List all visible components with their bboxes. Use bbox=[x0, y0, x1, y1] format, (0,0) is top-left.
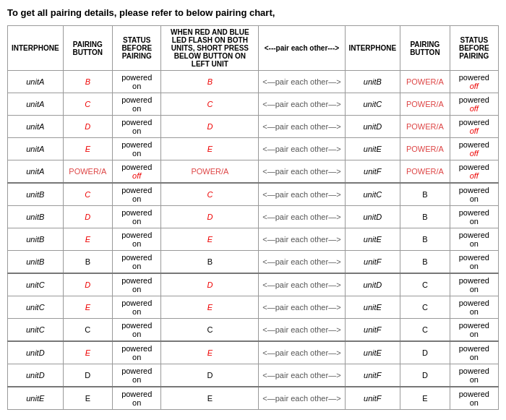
left-unit: unitA bbox=[8, 71, 64, 93]
arrow-cell: <—pair each other—> bbox=[259, 138, 345, 160]
right-status: powered on bbox=[450, 206, 498, 228]
press-button: B bbox=[161, 251, 259, 274]
arrow-cell: <—pair each other—> bbox=[259, 387, 345, 410]
right-button: B bbox=[400, 183, 450, 206]
right-button: POWER/A bbox=[400, 138, 450, 160]
right-unit: unitC bbox=[345, 183, 400, 206]
intro-text: To get all pairing details, please refer… bbox=[7, 7, 499, 18]
right-unit: unitF bbox=[345, 319, 400, 342]
left-button: C bbox=[63, 319, 113, 342]
header-status-before2: STATUS BEFORE PAIRING bbox=[450, 26, 498, 71]
press-button: E bbox=[161, 341, 259, 364]
right-status: powered off bbox=[450, 160, 498, 184]
arrow-cell: <—pair each other—> bbox=[259, 341, 345, 364]
left-unit: unitB bbox=[8, 251, 64, 274]
right-unit: unitF bbox=[345, 160, 400, 184]
left-status: powered on bbox=[113, 206, 161, 228]
left-status: powered on bbox=[113, 341, 161, 364]
arrow-cell: <—pair each other—> bbox=[259, 93, 345, 116]
left-status: powered on bbox=[113, 93, 161, 116]
left-unit: unitD bbox=[8, 341, 64, 364]
right-status: powered on bbox=[450, 183, 498, 206]
right-button: C bbox=[400, 296, 450, 319]
left-status: powered on bbox=[113, 183, 161, 206]
right-button: POWER/A bbox=[400, 93, 450, 116]
left-button: E bbox=[63, 341, 113, 364]
press-button: C bbox=[161, 319, 259, 342]
arrow-cell: <—pair each other—> bbox=[259, 273, 345, 296]
left-button: D bbox=[63, 116, 113, 138]
arrow-cell: <—pair each other—> bbox=[259, 71, 345, 93]
pairing-chart: INTERPHONE PAIRING BUTTON STATUS BEFORE … bbox=[7, 25, 499, 410]
left-unit: unitB bbox=[8, 228, 64, 251]
arrow-cell: <—pair each other—> bbox=[259, 116, 345, 138]
right-status: powered off bbox=[450, 116, 498, 138]
left-status: powered on bbox=[113, 273, 161, 296]
left-status: powered on bbox=[113, 71, 161, 93]
right-unit: unitE bbox=[345, 138, 400, 160]
header-pairing-button: PAIRING BUTTON bbox=[63, 26, 113, 71]
press-button: D bbox=[161, 273, 259, 296]
arrow-cell: <—pair each other—> bbox=[259, 206, 345, 228]
right-button: E bbox=[400, 387, 450, 410]
left-status: powered on bbox=[113, 364, 161, 387]
header-arrow: <---pair each other---> bbox=[259, 26, 345, 71]
right-button: B bbox=[400, 251, 450, 274]
arrow-cell: <—pair each other—> bbox=[259, 251, 345, 274]
press-button: C bbox=[161, 93, 259, 116]
right-status: powered off bbox=[450, 93, 498, 116]
left-unit: unitC bbox=[8, 296, 64, 319]
right-unit: unitB bbox=[345, 71, 400, 93]
left-unit: unitD bbox=[8, 364, 64, 387]
left-status: powered on bbox=[113, 296, 161, 319]
press-button: E bbox=[161, 228, 259, 251]
left-status: powered off bbox=[113, 160, 161, 184]
right-button: B bbox=[400, 228, 450, 251]
right-status: powered off bbox=[450, 71, 498, 93]
right-button: POWER/A bbox=[400, 116, 450, 138]
left-button: POWER/A bbox=[63, 160, 113, 184]
header-instruction: WHEN RED AND BLUE LED FLASH ON BOTH UNIT… bbox=[161, 26, 259, 71]
press-button: D bbox=[161, 206, 259, 228]
right-status: powered on bbox=[450, 273, 498, 296]
right-status: powered on bbox=[450, 364, 498, 387]
left-unit: unitE bbox=[8, 387, 64, 410]
left-button: E bbox=[63, 228, 113, 251]
right-button: D bbox=[400, 341, 450, 364]
press-button: C bbox=[161, 183, 259, 206]
arrow-cell: <—pair each other—> bbox=[259, 319, 345, 342]
left-button: C bbox=[63, 93, 113, 116]
right-status: powered on bbox=[450, 341, 498, 364]
left-status: powered on bbox=[113, 228, 161, 251]
left-unit: unitC bbox=[8, 319, 64, 342]
header-status-before: STATUS BEFORE PAIRING bbox=[113, 26, 161, 71]
right-status: powered on bbox=[450, 296, 498, 319]
left-unit: unitA bbox=[8, 116, 64, 138]
left-unit: unitB bbox=[8, 183, 64, 206]
right-status: powered on bbox=[450, 251, 498, 274]
right-unit: unitD bbox=[345, 273, 400, 296]
right-button: POWER/A bbox=[400, 160, 450, 184]
arrow-cell: <—pair each other—> bbox=[259, 364, 345, 387]
left-unit: unitA bbox=[8, 160, 64, 184]
press-button: E bbox=[161, 138, 259, 160]
arrow-cell: <—pair each other—> bbox=[259, 228, 345, 251]
right-status: powered on bbox=[450, 387, 498, 410]
arrow-cell: <—pair each other—> bbox=[259, 296, 345, 319]
left-unit: unitC bbox=[8, 273, 64, 296]
left-unit: unitB bbox=[8, 206, 64, 228]
left-button: E bbox=[63, 387, 113, 410]
right-button: POWER/A bbox=[400, 71, 450, 93]
arrow-cell: <—pair each other—> bbox=[259, 160, 345, 184]
press-button: D bbox=[161, 116, 259, 138]
left-button: D bbox=[63, 206, 113, 228]
left-status: powered on bbox=[113, 138, 161, 160]
right-unit: unitF bbox=[345, 387, 400, 410]
press-button: B bbox=[161, 71, 259, 93]
press-button: D bbox=[161, 364, 259, 387]
right-unit: unitE bbox=[345, 228, 400, 251]
left-button: E bbox=[63, 296, 113, 319]
left-status: powered on bbox=[113, 319, 161, 342]
left-unit: unitA bbox=[8, 138, 64, 160]
left-button: D bbox=[63, 273, 113, 296]
